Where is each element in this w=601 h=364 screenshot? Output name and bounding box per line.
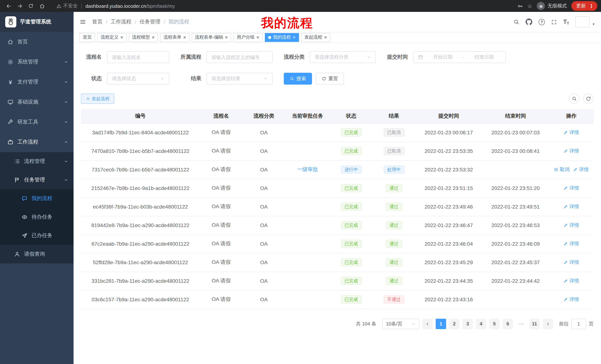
sidebar-toggle-button[interactable] (80, 19, 86, 25)
github-icon[interactable] (526, 19, 532, 25)
sidebar-item-devtools[interactable]: 研发工具 (0, 112, 74, 132)
page-button-2[interactable]: 2 (449, 318, 460, 329)
cell-category: OA (242, 197, 285, 216)
detail-button[interactable]: 详情 (563, 240, 579, 247)
browser-forward-button[interactable] (15, 1, 25, 11)
breadcrumb-item[interactable]: 首页 (92, 19, 102, 25)
sidebar-item-label: 研发工具 (18, 119, 38, 125)
detail-button[interactable]: 详情 (573, 166, 589, 173)
search-icon[interactable] (513, 19, 519, 25)
breadcrumb-separator: / (135, 19, 136, 25)
browser-back-button[interactable] (4, 1, 13, 11)
parent-process-input[interactable] (207, 51, 273, 63)
cell-submit-time: 2022-01-22 23:53:32 (415, 160, 482, 179)
rabbit-logo-icon (7, 18, 14, 26)
detail-button[interactable]: 详情 (563, 185, 579, 192)
sidebar-item-done-tasks[interactable]: 已办任务 (0, 226, 74, 245)
page-button-5[interactable]: 5 (489, 318, 500, 329)
sidebar-item-workflow[interactable]: 工作流程 (0, 132, 74, 152)
sidebar-item-payment[interactable]: ¥ 支付管理 (0, 72, 74, 92)
detail-button[interactable]: 详情 (563, 203, 579, 210)
address-bar[interactable]: 不安全 dashboard.yudao.iocoder.cn /bpm/task… (48, 3, 512, 9)
security-status[interactable]: 不安全 (56, 3, 78, 9)
browser-update-button[interactable]: 更新 ⋮ (571, 1, 597, 11)
result-badge: 通过 (386, 240, 402, 248)
fullscreen-icon[interactable] (551, 19, 557, 25)
table-row: 819442e8-7b9a-11ec-a290-acde48001122 OA … (81, 216, 594, 234)
search-button[interactable]: 搜索 (284, 73, 312, 85)
detail-button[interactable]: 详情 (563, 148, 579, 154)
more-pages-button[interactable]: ··· (516, 321, 526, 326)
page-size-select[interactable]: 10条/页 (382, 318, 419, 329)
tab-process-model[interactable]: 流程模型 × (129, 33, 158, 42)
page-button-4[interactable]: 4 (476, 318, 486, 329)
tab-process-form[interactable]: 流程表单 × (160, 33, 189, 42)
yen-icon: ¥ (7, 79, 13, 85)
sidebar-item-my-process[interactable]: 我的流程 (0, 189, 74, 208)
sidebar-item-home[interactable]: 首页 (0, 32, 74, 52)
warning-icon (56, 3, 61, 8)
close-icon[interactable]: × (293, 35, 295, 40)
tab-home[interactable]: 首页 (80, 33, 95, 42)
toggle-search-button[interactable] (569, 94, 580, 104)
caret-down-icon[interactable]: ▼ (592, 23, 595, 26)
help-icon[interactable]: ? (539, 19, 545, 25)
detail-button[interactable]: 详情 (563, 296, 579, 303)
col-name: 流程名 (200, 109, 242, 123)
close-icon[interactable]: × (324, 35, 327, 40)
process-name-input[interactable] (107, 51, 169, 63)
key-icon[interactable] (517, 3, 523, 9)
tab-start-process[interactable]: 发起流程 × (301, 33, 330, 42)
page-button-6[interactable]: 6 (502, 318, 513, 329)
sidebar-item-leave-query[interactable]: 请假查询 (0, 245, 74, 263)
sidebar-item-todo-tasks[interactable]: 待办任务 (0, 208, 74, 226)
refresh-table-button[interactable] (583, 94, 594, 104)
tab-my-process-active[interactable]: 我的流程 × (265, 33, 299, 42)
page-button-3[interactable]: 3 (462, 318, 473, 329)
category-select[interactable]: 请选择流程分类 (310, 51, 376, 63)
detail-button[interactable]: 详情 (563, 129, 579, 136)
page-button-1[interactable]: 1 (436, 318, 446, 329)
current-task-link[interactable]: 一级审批 (285, 160, 330, 179)
bookmark-star-icon[interactable]: ☆ (527, 3, 532, 9)
goto-page-input[interactable] (571, 318, 586, 329)
close-icon[interactable]: × (257, 35, 259, 40)
prev-page-button[interactable] (422, 318, 433, 329)
submit-time-range-picker[interactable]: 开始日期 - 结束日期 (413, 51, 506, 63)
text-size-icon[interactable]: TT (563, 19, 569, 25)
detail-button[interactable]: 详情 (563, 259, 579, 266)
create-process-button[interactable]: 发起流程 (81, 94, 114, 104)
result-select[interactable]: 请选择流结果 (207, 73, 273, 85)
breadcrumb-item[interactable]: 工作流程 (111, 19, 131, 25)
edit-icon (563, 260, 568, 265)
breadcrumb-item[interactable]: 任务管理 (140, 19, 160, 25)
sidebar-item-process-mgmt[interactable]: 流程管理 (0, 152, 74, 171)
close-icon[interactable]: × (183, 35, 186, 40)
status-select[interactable]: 请选择状态 (107, 73, 169, 85)
chevron-up-icon (64, 140, 68, 144)
browser-home-button[interactable] (37, 1, 47, 11)
reset-button[interactable]: 重置 (316, 73, 344, 85)
avatar[interactable] (575, 16, 590, 28)
sidebar-item-task-mgmt[interactable]: 任务管理 (0, 171, 74, 189)
tab-process-form-edit[interactable]: 流程表单-编辑 × (192, 33, 231, 42)
page-button-11[interactable]: 11 (529, 318, 540, 329)
cell-name: OA 请假 (200, 272, 242, 290)
cell-id: 52ffd28e-7b9a-11ec-a290-acde48001122 (81, 253, 200, 272)
cancel-button[interactable]: 取消 (554, 166, 570, 173)
close-icon[interactable]: × (120, 35, 123, 40)
sidebar-item-system[interactable]: 系统管理 (0, 52, 74, 72)
more-vert-icon[interactable]: ⋮ (589, 3, 594, 9)
home-icon (7, 39, 13, 45)
detail-button[interactable]: 详情 (563, 278, 579, 284)
app-logo[interactable]: 芋道管理系统 (0, 12, 74, 32)
browser-reload-button[interactable] (26, 1, 36, 11)
close-icon[interactable]: × (152, 35, 155, 40)
tab-user-group[interactable]: 用户分组 × (233, 33, 263, 42)
breadcrumb-item-current: 我的流程 (169, 19, 189, 25)
next-page-button[interactable] (543, 318, 553, 329)
close-icon[interactable]: × (225, 35, 228, 40)
sidebar-item-infra[interactable]: 基础设施 (0, 92, 74, 112)
detail-button[interactable]: 详情 (563, 222, 579, 229)
tab-process-definition[interactable]: 流程定义 × (97, 33, 127, 42)
